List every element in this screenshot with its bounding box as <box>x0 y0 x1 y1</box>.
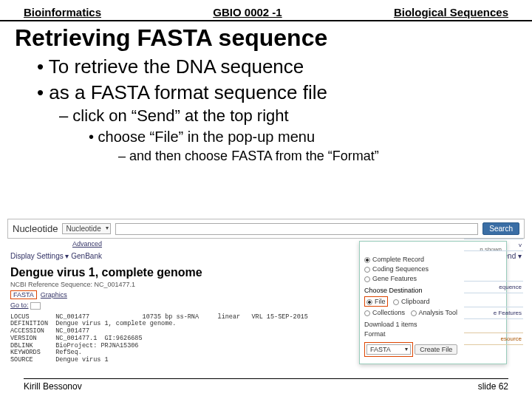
opt-gene: Gene Features <box>372 275 417 282</box>
dest-file-wrap: File <box>364 296 388 307</box>
bullet-2: • as a FASTA format sequence file <box>37 81 517 105</box>
side-3[interactable]: e Features <box>464 307 523 319</box>
dest-file: File <box>375 298 386 305</box>
radio-clipboard[interactable] <box>393 299 399 305</box>
dest-collections: Collections <box>372 309 405 316</box>
tab-graphics[interactable]: Graphics <box>41 291 67 299</box>
slide-title: Retrieving FASTA sequence <box>0 21 532 53</box>
format-select[interactable]: FASTA <box>366 344 411 355</box>
side-4[interactable]: esource <box>464 332 523 345</box>
goto-link[interactable]: Go to: <box>10 301 29 309</box>
header-left: Bioinformatics <box>24 6 101 18</box>
bullet-list: • To retrieve the DNA sequence • as a FA… <box>0 55 532 164</box>
dest-analysis: Analysis Tool <box>419 309 457 316</box>
footer-author: Kirill Bessonov <box>24 381 82 392</box>
opt-complete: Complete Record <box>372 256 424 263</box>
side-column: v equence e Features esource <box>464 236 523 347</box>
footer-slide-number: slide 62 <box>478 381 508 392</box>
display-settings[interactable]: Display Settings ▾ GenBank <box>10 252 102 260</box>
search-input[interactable] <box>115 223 479 235</box>
radio-collections[interactable] <box>364 310 370 316</box>
radio-complete[interactable] <box>364 257 370 263</box>
opt-coding: Coding Sequences <box>372 265 429 273</box>
bullet-3: – click on “Send” at the top right <box>59 106 517 126</box>
header-right: Biological Sequences <box>394 6 508 18</box>
goto-toggle[interactable] <box>30 302 41 310</box>
bullet-4: • choose “File” in the pop-up menu <box>89 128 517 146</box>
search-button[interactable]: Search <box>482 222 519 235</box>
dest-clipboard: Clipboard <box>401 298 430 305</box>
ncbi-searchbar: Nucleotide Nucleotide Search <box>7 219 525 239</box>
ncbi-screenshot: Nucleotide Nucleotide Search Advanced Di… <box>7 219 525 366</box>
header-center: GBIO 0002 -1 <box>213 6 282 18</box>
db-select[interactable]: Nucleotide <box>62 223 110 234</box>
bullet-1: • To retrieve the DNA sequence <box>37 55 517 79</box>
radio-file[interactable] <box>366 299 372 305</box>
bullet-5: – and then choose FASTA from the “Format… <box>118 148 517 165</box>
side-1[interactable]: v <box>464 239 523 251</box>
tab-fasta[interactable]: FASTA <box>10 290 37 299</box>
radio-gene[interactable] <box>364 276 370 282</box>
side-2[interactable]: equence <box>464 281 523 293</box>
radio-coding[interactable] <box>364 267 370 273</box>
ncbi-db-label: Nucleotide <box>13 223 58 234</box>
slide-footer: Kirill Bessonov slide 62 <box>24 378 508 392</box>
create-file-button[interactable]: Create File <box>415 344 457 355</box>
radio-analysis[interactable] <box>411 310 417 316</box>
slide-header: Bioinformatics GBIO 0002 -1 Biological S… <box>0 0 532 21</box>
